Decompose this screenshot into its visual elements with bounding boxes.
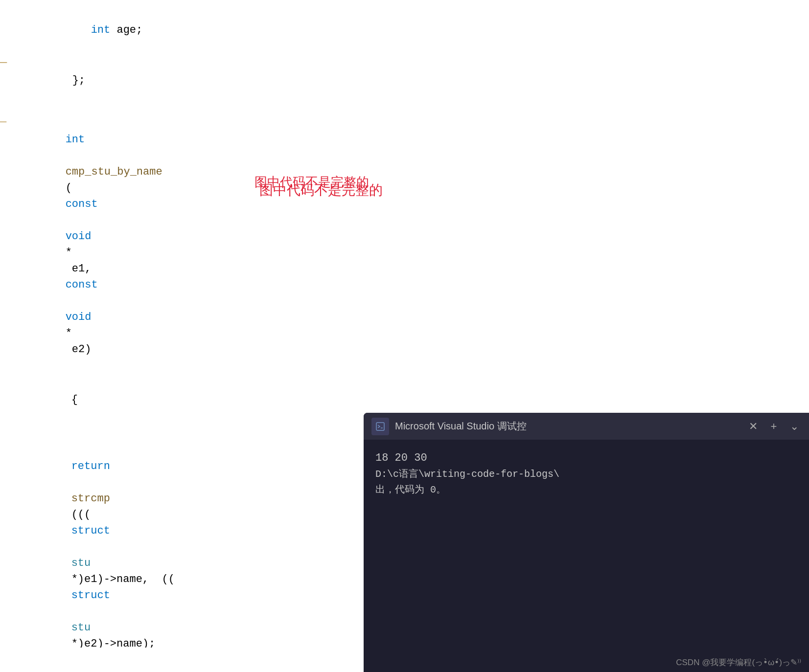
csdn-watermark: CSDN @我要学编程(っ•̀ω•́)っ✎⁾⁾: [676, 657, 801, 668]
annotation-overlay: 图中代码不是完整的: [259, 181, 383, 200]
line-marker-2: ─: [0, 56, 7, 69]
terminal-icon: [371, 418, 389, 435]
code-editor: int age; ─ }; ─ int cmp_stu_by_name ( co…: [0, 0, 809, 672]
terminal-output-1: 18 20 30: [375, 449, 797, 467]
code-text-open-1: {: [10, 376, 78, 424]
code-line-1: int age;: [0, 5, 809, 55]
terminal-output-3: 出，代码为 0。: [375, 482, 797, 498]
code-line-cmp-name-decl: ─ int cmp_stu_by_name ( const void * e1,…: [0, 114, 809, 375]
code-line-2: ─ };: [0, 55, 809, 106]
terminal-expand-btn[interactable]: ⌄: [787, 420, 801, 433]
code-text-2: };: [11, 56, 85, 105]
terminal-controls[interactable]: ✕ + ⌄: [746, 420, 801, 433]
terminal-close-btn[interactable]: ✕: [746, 420, 760, 433]
terminal-titlebar: Microsoft Visual Studio 调试控 ✕ + ⌄: [364, 413, 809, 440]
code-text-return-strcmp: return strcmp ((( struct stu *)e1)->name…: [10, 426, 175, 648]
code-text-cmp-name: int cmp_stu_by_name ( const void * e1, c…: [4, 115, 162, 374]
terminal-panel[interactable]: Microsoft Visual Studio 调试控 ✕ + ⌄ 18 20 …: [364, 413, 809, 672]
terminal-body: 18 20 30 D:\c语言\writing-code-for-blogs\ …: [364, 440, 809, 508]
code-text-1: int age;: [29, 6, 142, 54]
terminal-title: Microsoft Visual Studio 调试控: [395, 420, 740, 433]
terminal-output-2: D:\c语言\writing-code-for-blogs\: [375, 467, 797, 482]
terminal-new-btn[interactable]: +: [767, 420, 781, 433]
